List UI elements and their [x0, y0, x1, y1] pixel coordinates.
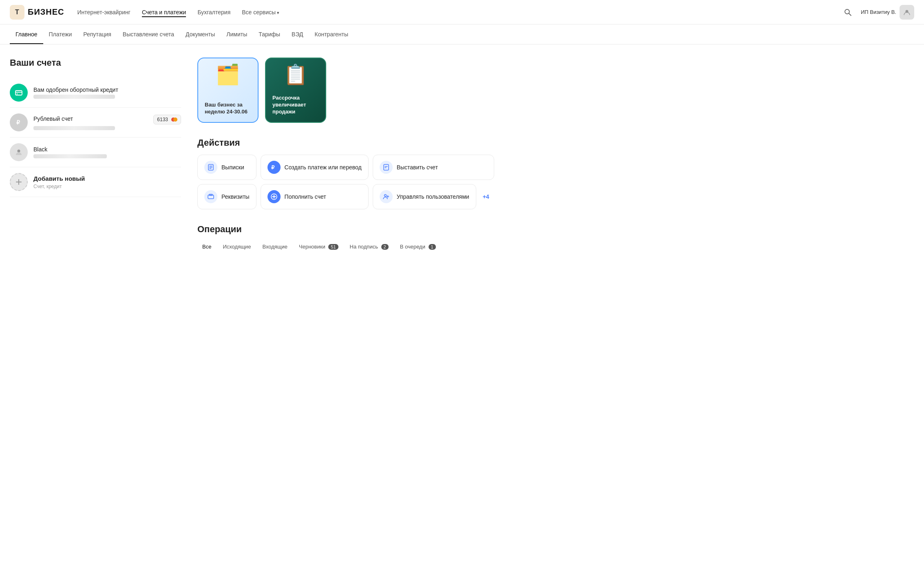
ops-tab-sign-badge: 2	[381, 244, 389, 250]
user-menu[interactable]: ИП Визитиу В.	[861, 5, 914, 20]
promo-card-weekly-icon: 🗂️	[216, 63, 240, 86]
promo-card-weekly-text: Ваш бизнес за неделю 24-30.06	[205, 102, 251, 115]
account-black-info: Black	[33, 146, 181, 158]
nav-internet-acquiring[interactable]: Интернет-эквайринг	[77, 7, 130, 17]
add-account[interactable]: Добавить новый Счет, кредит	[10, 167, 181, 197]
add-account-name: Добавить новый	[33, 175, 181, 182]
add-account-info: Добавить новый Счет, кредит	[33, 175, 181, 189]
action-requisites-label: Реквизиты	[221, 193, 250, 200]
search-button[interactable]	[841, 6, 854, 19]
top-nav-links: Интернет-эквайринг Счета и платежи Бухга…	[77, 7, 841, 17]
account-ruble-name: Рублевый счет	[33, 115, 73, 122]
tab-ved[interactable]: ВЭД	[286, 24, 309, 44]
svg-point-7	[18, 150, 20, 153]
ops-tab-drafts[interactable]: Черновики 51	[294, 241, 343, 252]
ops-tab-queue[interactable]: В очереди 1	[395, 241, 441, 252]
account-ruble-number	[33, 126, 115, 130]
actions-more-badge[interactable]: +4	[478, 187, 494, 206]
logo-text: БИЗНЕС	[28, 7, 64, 17]
account-black-number	[33, 154, 107, 158]
svg-point-5	[17, 93, 18, 94]
tab-documents[interactable]: Документы	[180, 24, 221, 44]
action-top-up-label: Пополнить счет	[285, 193, 326, 200]
account-credit-name: Вам одобрен оборотный кредит	[33, 87, 181, 93]
operations-title: Операции	[197, 224, 494, 235]
actions-title: Действия	[197, 138, 494, 148]
operations-tabs: Все Исходящие Входящие Черновики 51 На п…	[197, 241, 494, 252]
action-top-up-icon	[267, 190, 281, 203]
action-top-up[interactable]: Пополнить счет	[261, 184, 369, 209]
promo-card-weekly[interactable]: 🗂️ Ваш бизнес за неделю 24-30.06	[197, 58, 259, 123]
promo-card-installment-text: Рассрочка увеличивает продажи	[272, 95, 319, 115]
tab-reputation[interactable]: Репутация	[77, 24, 117, 44]
account-ruble-icon: ₽	[10, 113, 28, 131]
actions-grid: Выписки ₽ Создать платеж или перевод	[197, 155, 494, 209]
account-credit-info: Вам одобрен оборотный кредит	[33, 87, 181, 99]
tab-payments[interactable]: Платежи	[43, 24, 78, 44]
tab-tariffs[interactable]: Тарифы	[253, 24, 286, 44]
tab-invoice[interactable]: Выставление счета	[117, 24, 180, 44]
main-content: Ваши счета Вам одобрен оборотный кредит …	[0, 44, 489, 265]
account-ruble-info: Рублевый счет 6133	[33, 115, 181, 130]
account-black-icon	[10, 143, 28, 161]
promo-cards: 🗂️ Ваш бизнес за неделю 24-30.06 📋 Расср…	[197, 58, 494, 123]
account-ruble[interactable]: ₽ Рублевый счет 6133	[10, 108, 181, 138]
account-black[interactable]: Black	[10, 138, 181, 167]
nav-accounting[interactable]: Бухгалтерия	[197, 7, 230, 17]
ops-tab-drafts-badge: 51	[328, 244, 338, 250]
add-account-sub: Счет, кредит	[33, 184, 181, 189]
action-create-payment-icon: ₽	[267, 161, 281, 174]
secondary-navigation: Главное Платежи Репутация Выставление сч…	[0, 24, 924, 44]
account-credit[interactable]: Вам одобрен оборотный кредит	[10, 78, 181, 108]
promo-card-installment-icon: 📋	[283, 63, 308, 86]
ops-tab-queue-badge: 1	[429, 244, 436, 250]
nav-accounts-payments[interactable]: Счета и платежи	[142, 7, 186, 17]
action-statements[interactable]: Выписки	[197, 155, 256, 180]
svg-text:₽: ₽	[271, 164, 275, 171]
svg-text:₽: ₽	[16, 119, 20, 126]
user-avatar	[900, 5, 914, 20]
tab-limits[interactable]: Лимиты	[221, 24, 253, 44]
action-create-payment[interactable]: ₽ Создать платеж или перевод	[261, 155, 369, 180]
ops-tab-all[interactable]: Все	[197, 241, 216, 252]
logo-icon: Т	[10, 5, 24, 20]
user-name: ИП Визитиу В.	[861, 9, 896, 15]
account-ruble-card: 6133	[153, 115, 181, 124]
svg-rect-15	[384, 164, 389, 170]
logo[interactable]: Т БИЗНЕС	[10, 5, 64, 20]
top-nav-right: ИП Визитиу В.	[841, 5, 914, 20]
accounts-title: Ваши счета	[10, 58, 181, 68]
ops-tab-incoming[interactable]: Входящие	[257, 241, 292, 252]
action-manage-users[interactable]: Управлять пользователями	[373, 184, 476, 209]
tab-counterparties[interactable]: Контрагенты	[309, 24, 354, 44]
nav-all-services[interactable]: Все сервисы	[242, 7, 279, 17]
promo-card-installment[interactable]: 📋 Рассрочка увеличивает продажи	[265, 58, 326, 123]
action-issue-invoice[interactable]: Выставить счет	[373, 155, 494, 180]
action-statements-label: Выписки	[221, 164, 244, 171]
account-credit-number	[33, 95, 115, 99]
account-black-name: Black	[33, 146, 181, 153]
action-issue-invoice-label: Выставить счет	[397, 164, 438, 171]
top-navigation: Т БИЗНЕС Интернет-эквайринг Счета и плат…	[0, 0, 924, 24]
action-manage-users-icon	[380, 190, 393, 203]
ops-tab-sign[interactable]: На подпись 2	[345, 241, 393, 252]
add-account-icon	[10, 173, 28, 191]
svg-line-1	[849, 13, 851, 16]
action-issue-invoice-icon	[380, 161, 393, 174]
action-requisites-icon	[204, 190, 217, 203]
accounts-column: Ваши счета Вам одобрен оборотный кредит …	[10, 58, 181, 252]
action-create-payment-label: Создать платеж или перевод	[285, 164, 362, 171]
account-credit-icon	[10, 84, 28, 102]
right-column: 🗂️ Ваш бизнес за неделю 24-30.06 📋 Расср…	[197, 58, 494, 252]
svg-point-0	[845, 9, 849, 14]
svg-point-23	[384, 195, 386, 197]
action-statements-icon	[204, 161, 217, 174]
action-manage-users-label: Управлять пользователями	[397, 193, 469, 200]
ops-tab-outgoing[interactable]: Исходящие	[218, 241, 256, 252]
tab-main[interactable]: Главное	[10, 24, 43, 44]
svg-rect-3	[15, 91, 22, 95]
action-requisites[interactable]: Реквизиты	[197, 184, 256, 209]
